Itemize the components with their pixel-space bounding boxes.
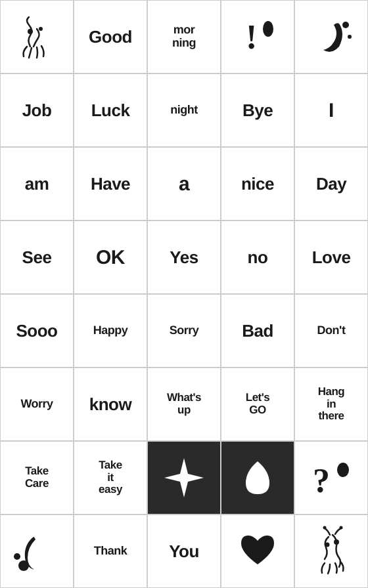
cell-love: Love (294, 220, 368, 294)
text-morning: mor ning (172, 24, 196, 50)
svg-point-0 (28, 29, 33, 34)
text-have: Have (91, 175, 130, 194)
text-bad: Bad (242, 322, 273, 341)
cell-letsgo: Let's GO (221, 368, 294, 441)
heart-icon (231, 525, 284, 578)
cell-face (0, 0, 74, 74)
cell-moon1 (294, 0, 368, 74)
text-good: Good (89, 28, 132, 47)
text-i: I (329, 100, 334, 121)
cell-worry: Worry (0, 368, 74, 441)
text-see: See (22, 248, 52, 267)
text-hangthere: Hang in there (318, 386, 345, 423)
text-letsgo: Let's GO (246, 392, 270, 416)
teardrop-icon (231, 452, 284, 504)
cell-star (147, 441, 221, 514)
text-ok: OK (96, 247, 125, 268)
cell-night: night (147, 74, 221, 147)
svg-text:!: ! (246, 18, 257, 56)
text-bye: Bye (242, 101, 273, 120)
text-a: a (179, 173, 189, 195)
text-dont: Don't (317, 324, 346, 337)
text-night: night (170, 104, 197, 117)
svg-point-13 (323, 526, 327, 530)
text-am: am (25, 175, 49, 194)
cell-see: See (0, 220, 74, 294)
svg-point-11 (325, 543, 330, 547)
cell-dont: Don't (294, 294, 368, 368)
text-you: You (169, 542, 199, 561)
moon-icon (305, 10, 357, 63)
text-day: Day (316, 175, 346, 194)
text-know: know (89, 395, 131, 414)
text-whatsup: What's up (167, 392, 201, 416)
svg-point-3 (263, 21, 273, 37)
cell-nice: nice (221, 147, 294, 220)
cell-a: a (147, 147, 221, 220)
text-love: Love (312, 248, 351, 267)
cell-i: I (294, 74, 368, 147)
text-takecare: Take Care (25, 465, 49, 490)
cell-face2 (294, 514, 368, 588)
cell-luck: Luck (74, 74, 147, 147)
cell-takeeasy: Take it easy (74, 441, 147, 514)
svg-point-10 (14, 553, 20, 560)
text-job: Job (22, 101, 52, 120)
svg-point-4 (342, 22, 349, 28)
cell-happy: Happy (74, 294, 147, 368)
svg-point-14 (340, 526, 343, 530)
cell-know: know (74, 368, 147, 441)
svg-text:?: ? (313, 462, 330, 499)
svg-point-8 (337, 463, 349, 477)
cell-exclaim: ! (221, 0, 294, 74)
text-luck: Luck (91, 101, 130, 120)
svg-marker-6 (164, 458, 204, 497)
exclamation-icon: ! (231, 10, 284, 63)
cell-ok: OK (74, 220, 147, 294)
text-nice: nice (241, 175, 274, 194)
text-happy: Happy (93, 324, 128, 337)
question-icon: ? (305, 452, 357, 504)
text-takeeasy: Take it easy (99, 459, 122, 496)
svg-point-9 (18, 560, 29, 571)
svg-point-1 (39, 27, 43, 31)
cell-teardrop (221, 441, 294, 514)
cell-hangthere: Hang in there (294, 368, 368, 441)
cell-moon2 (0, 514, 74, 588)
cell-thank: Thank (74, 514, 147, 588)
text-sorry: Sorry (170, 324, 199, 337)
cell-no: no (221, 220, 294, 294)
cell-takecare: Take Care (0, 441, 74, 514)
cell-morning: mor ning (147, 0, 221, 74)
text-yes: Yes (170, 248, 198, 267)
face-icon (11, 10, 63, 63)
cell-have: Have (74, 147, 147, 220)
text-thank: Thank (94, 545, 127, 558)
svg-point-5 (348, 35, 352, 39)
cell-sorry: Sorry (147, 294, 221, 368)
cell-question: ? (294, 441, 368, 514)
moon2-icon (11, 525, 63, 578)
cell-you: You (147, 514, 221, 588)
text-worry: Worry (20, 398, 53, 411)
svg-point-12 (334, 539, 339, 545)
cell-sooo: Sooo (0, 294, 74, 368)
cell-day: Day (294, 147, 368, 220)
cell-bye: Bye (221, 74, 294, 147)
face2-icon (305, 525, 357, 578)
star-icon (158, 452, 210, 504)
text-sooo: Sooo (16, 322, 58, 341)
cell-yes: Yes (147, 220, 221, 294)
sticker-grid: Good mor ning ! Job Luck night Bye I am (0, 0, 368, 588)
cell-bad: Bad (221, 294, 294, 368)
cell-good: Good (74, 0, 147, 74)
cell-job: Job (0, 74, 74, 147)
text-no: no (248, 248, 268, 267)
cell-heart (221, 514, 294, 588)
cell-whatsup: What's up (147, 368, 221, 441)
cell-am: am (0, 147, 74, 220)
